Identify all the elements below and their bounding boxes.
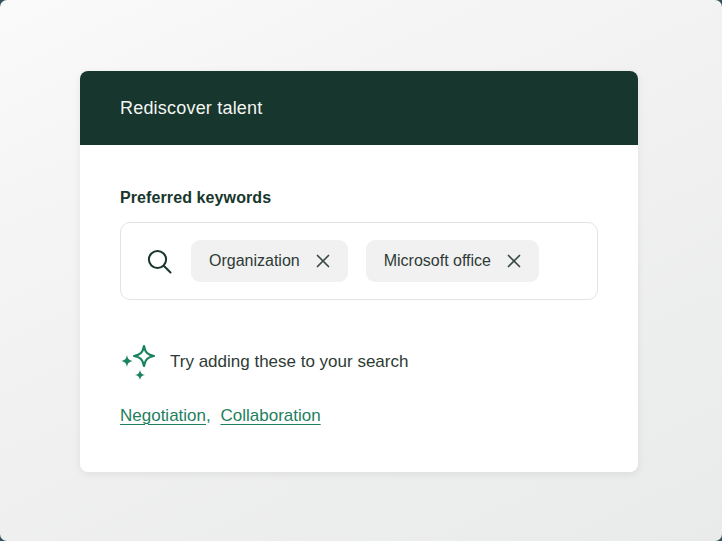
rediscover-talent-card: Rediscover talent Preferred keywords Org… (80, 71, 638, 472)
chip-label: Organization (209, 252, 300, 270)
suggested-keywords-links: Negotiation, Collaboration (120, 406, 598, 426)
preferred-keywords-label: Preferred keywords (120, 189, 598, 207)
chip-label: Microsoft office (384, 252, 491, 270)
keyword-chips: Organization Microsoft office (191, 240, 539, 282)
card-body: Preferred keywords Organization (80, 145, 638, 426)
suggested-keyword-collaboration[interactable]: Collaboration (220, 406, 320, 425)
close-icon (315, 253, 331, 269)
suggestion-text: Try adding these to your search (170, 352, 408, 372)
keyword-chip-organization: Organization (191, 240, 348, 282)
suggested-keyword-negotiation[interactable]: Negotiation (120, 406, 206, 425)
sparkles-icon (120, 343, 157, 381)
search-icon (145, 247, 174, 276)
keywords-search-input[interactable]: Organization Microsoft office (120, 222, 598, 300)
keyword-chip-microsoft-office: Microsoft office (366, 240, 539, 282)
link-separator: , (206, 406, 211, 425)
remove-chip-button[interactable] (313, 251, 333, 271)
card-title: Rediscover talent (120, 98, 262, 119)
remove-chip-button[interactable] (504, 251, 524, 271)
suggestion-row: Try adding these to your search (120, 343, 598, 381)
card-header: Rediscover talent (80, 71, 638, 145)
app-background: Rediscover talent Preferred keywords Org… (0, 0, 722, 541)
close-icon (506, 253, 522, 269)
